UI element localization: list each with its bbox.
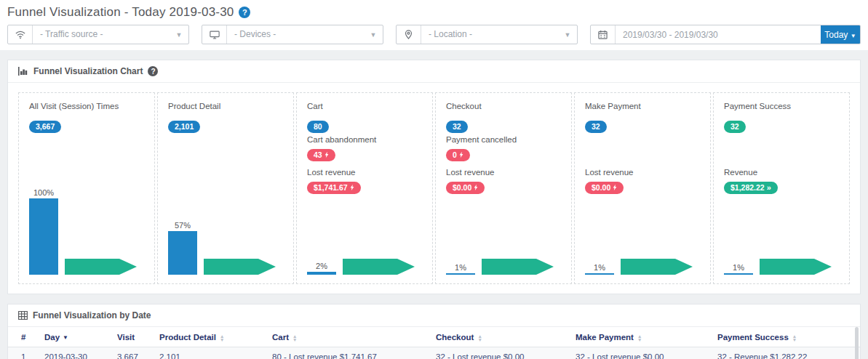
vertical-scrollbar[interactable] xyxy=(855,327,859,359)
stage-label: Product Detail xyxy=(168,102,293,113)
funnel-arrow xyxy=(482,259,554,275)
funnel-arrow xyxy=(343,259,415,275)
today-button[interactable]: Today ▼ xyxy=(821,25,860,44)
cell-product-detail: 2,101 xyxy=(154,347,266,359)
cell-cart: 80 - Lost revenue $1,741.67 xyxy=(266,347,430,359)
filter-bar: - Traffic source - ▼ - Devices - ▼ - Loc… xyxy=(7,25,861,44)
funnel-chart-panel: Funnel Visualization Chart ? All Visit (… xyxy=(7,60,861,294)
cell-payment-success: 32 - Revenue $1,282.22 xyxy=(712,347,860,359)
percent-label: 1% xyxy=(733,263,744,272)
funnel-visualization: All Visit (Session) Times 3,667 100% Pro… xyxy=(8,83,860,294)
lost-revenue-badge: $0.00 xyxy=(585,182,624,194)
sort-icon: ▲▼ xyxy=(637,334,642,342)
sort-icon: ▲▼ xyxy=(292,334,297,342)
funnel-stage-make-payment: Make Payment 32 Lost revenue $0.00 1% xyxy=(574,92,711,284)
bolt-icon xyxy=(474,184,478,191)
table-panel-title: Funnel Visualization by Date xyxy=(33,310,151,320)
cell-checkout: 32 - Lost revenue $0.00 xyxy=(430,347,570,359)
traffic-source-value: - Traffic source - xyxy=(33,25,170,44)
abandonment-badge: 43 xyxy=(307,149,335,161)
revenue-label: Revenue xyxy=(724,168,849,180)
caret-down-icon: ▼ xyxy=(851,33,856,39)
column-header-day[interactable]: Day▼ xyxy=(39,327,111,347)
revenue-badge: $1,282.22 » xyxy=(724,182,778,194)
funnel-arrow xyxy=(621,259,693,275)
cell-visit: 3,667 xyxy=(111,347,154,359)
page-header: Funnel Visualization - Today 2019-03-30 … xyxy=(0,0,868,50)
bolt-icon xyxy=(613,184,617,191)
count-badge: 3,667 xyxy=(29,121,61,133)
column-header-cart[interactable]: Cart▲▼ xyxy=(266,327,430,347)
funnel-bar xyxy=(446,273,475,275)
wifi-icon xyxy=(8,25,33,44)
table-icon xyxy=(18,311,28,320)
funnel-stage-product-detail: Product Detail 2,101 57% xyxy=(157,92,294,284)
sub-label: Payment cancelled xyxy=(446,135,571,147)
stage-label: All Visit (Session) Times xyxy=(29,102,154,113)
revenue-label: Lost revenue xyxy=(585,168,710,180)
sort-icon: ▲▼ xyxy=(220,334,224,342)
lost-revenue-badge: $0.00 xyxy=(446,182,485,194)
funnel-by-date-table: # Day▼ Visit Product Detail▲▼ Cart▲▼ Che… xyxy=(8,327,860,359)
chevron-down-icon: ▼ xyxy=(170,25,188,44)
funnel-by-date-panel: Funnel Visualization by Date # Day▼ Visi… xyxy=(7,304,861,359)
bar-chart-icon xyxy=(18,67,28,76)
funnel-stage-cart: Cart 80 Cart abandonment 43 Lost revenue… xyxy=(296,92,433,284)
funnel-bar xyxy=(307,272,336,275)
location-select[interactable]: - Location - ▼ xyxy=(396,25,578,44)
percent-label: 1% xyxy=(455,263,466,272)
devices-value: - Devices - xyxy=(227,25,364,44)
funnel-bar xyxy=(29,198,58,275)
traffic-source-select[interactable]: - Traffic source - ▼ xyxy=(7,25,189,44)
funnel-bar xyxy=(585,273,614,275)
calendar-icon xyxy=(591,25,616,44)
lost-revenue-badge: $1,741.67 xyxy=(307,182,361,194)
column-header-payment-success[interactable]: Payment Success▲▼ xyxy=(712,327,860,347)
column-header-checkout[interactable]: Checkout▲▼ xyxy=(430,327,570,347)
chart-panel-title: Funnel Visualization Chart xyxy=(33,66,143,76)
date-range-input[interactable] xyxy=(616,25,821,44)
sort-desc-icon: ▼ xyxy=(63,334,68,341)
cell-day: 2019-03-30 xyxy=(39,347,111,359)
count-badge: 32 xyxy=(585,121,607,133)
revenue-label: Lost revenue xyxy=(446,168,571,180)
percent-label: 100% xyxy=(33,188,54,197)
count-badge: 32 xyxy=(446,121,468,133)
percent-label: 57% xyxy=(175,221,191,230)
help-icon[interactable]: ? xyxy=(148,66,158,76)
funnel-stage-payment-success: Payment Success 32 Revenue $1,282.22 » 1… xyxy=(713,92,850,284)
column-header-make-payment[interactable]: Make Payment▲▼ xyxy=(570,327,712,347)
bolt-icon xyxy=(459,151,463,158)
stage-label: Make Payment xyxy=(585,102,710,113)
cancelled-badge: 0 xyxy=(446,149,470,161)
sort-icon: ▲▼ xyxy=(792,334,797,342)
bolt-icon xyxy=(350,184,354,191)
page-title: Funnel Visualization - Today 2019-03-30 xyxy=(7,5,234,20)
stage-label: Checkout xyxy=(446,102,571,113)
chevron-down-icon: ▼ xyxy=(558,25,577,44)
funnel-arrow xyxy=(760,259,832,275)
table-header-row: # Day▼ Visit Product Detail▲▼ Cart▲▼ Che… xyxy=(8,327,860,347)
count-badge: 2,101 xyxy=(168,121,200,133)
double-chevron-right-icon: » xyxy=(767,185,771,190)
cell-make-payment: 32 - Lost revenue $0.00 xyxy=(570,347,712,359)
column-header-product-detail[interactable]: Product Detail▲▼ xyxy=(154,327,266,347)
table-row: 1 2019-03-30 3,667 2,101 80 - Lost reven… xyxy=(8,347,860,359)
count-badge: 80 xyxy=(307,121,329,133)
revenue-label: Lost revenue xyxy=(307,168,432,180)
funnel-stage-checkout: Checkout 32 Payment cancelled 0 Lost rev… xyxy=(435,92,572,284)
devices-select[interactable]: - Devices - ▼ xyxy=(202,25,383,44)
devices-icon xyxy=(202,25,227,44)
funnel-arrow xyxy=(204,259,276,275)
location-value: - Location - xyxy=(421,25,558,44)
count-badge: 32 xyxy=(724,121,746,133)
cell-num: 1 xyxy=(8,347,39,359)
percent-label: 1% xyxy=(594,263,605,272)
stage-label: Payment Success xyxy=(724,102,849,113)
funnel-bar xyxy=(168,231,197,275)
funnel-arrow xyxy=(65,259,137,275)
help-icon[interactable]: ? xyxy=(239,7,250,18)
funnel-bar xyxy=(724,273,753,275)
column-header-num: # xyxy=(8,327,39,347)
sort-icon: ▲▼ xyxy=(477,334,482,342)
